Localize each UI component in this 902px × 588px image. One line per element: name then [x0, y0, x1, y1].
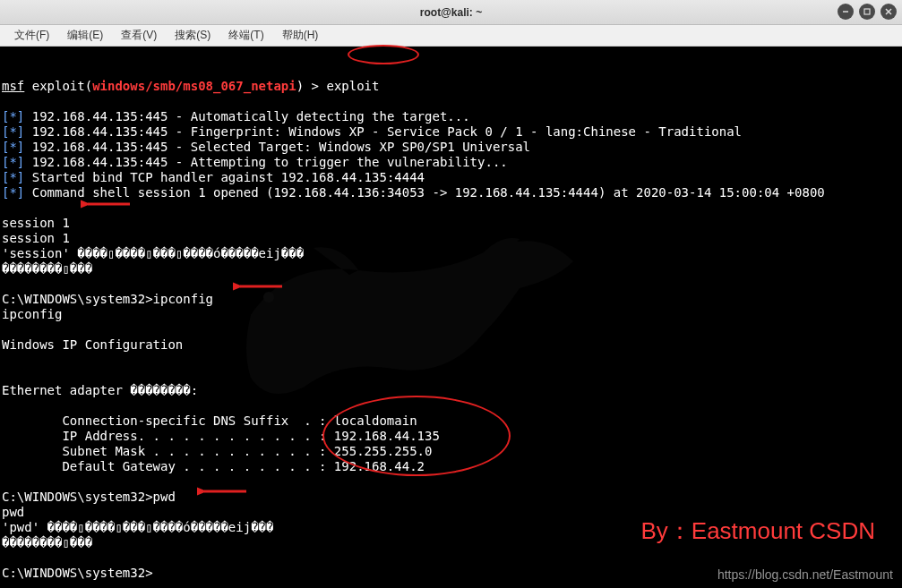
garbled-line: 'pwd' ����▯����▯���▯����ó�����eij���: [2, 520, 273, 534]
status-line: [*]: [2, 124, 24, 139]
shell-prompt: C:\WINDOWS\system32>ipconfig: [2, 292, 213, 306]
status-line: [*]: [2, 109, 24, 124]
annotation-ellipse-exploit: [348, 45, 419, 64]
maximize-button[interactable]: [859, 4, 875, 20]
close-icon: [884, 7, 893, 16]
status-line: [*]: [2, 155, 24, 169]
dns-suffix-line: Connection-specific DNS Suffix . : local…: [2, 413, 417, 428]
shell-prompt: C:\WINDOWS\system32>pwd: [2, 490, 176, 504]
menu-search[interactable]: 搜索(S): [166, 25, 219, 46]
menu-file[interactable]: 文件(F): [5, 25, 58, 46]
svg-rect-1: [864, 9, 870, 14]
command-exploit: exploit: [326, 79, 379, 93]
output-line: 192.168.44.135:445 - Automatically detec…: [24, 109, 469, 124]
status-line: [*]: [2, 170, 24, 184]
output-line: 192.168.44.135:445 - Fingerprint: Window…: [24, 124, 742, 139]
status-line: [*]: [2, 185, 24, 200]
session-line: session 1: [2, 216, 70, 230]
pwd-echo: pwd: [2, 505, 24, 519]
garbled-line: 'session' ����▯����▯���▯����ó�����eij���: [2, 246, 304, 260]
exploit-module: windows/smb/ms08_067_netapi: [92, 79, 296, 93]
menu-help[interactable]: 帮助(H): [273, 25, 328, 46]
msf-prompt: msf: [2, 79, 24, 93]
shell-prompt: C:\WINDOWS\system32>: [2, 566, 153, 580]
menu-terminal[interactable]: 终端(T): [219, 25, 272, 46]
annotation-arrow-session: [81, 195, 134, 213]
minimize-icon: [841, 7, 850, 16]
ip-address-line: IP Address. . . . . . . . . . . . : 192.…: [2, 429, 440, 443]
session-line: session 1: [2, 231, 70, 245]
output-line: Started bind TCP handler against 192.168…: [24, 170, 425, 184]
status-line: [*]: [2, 140, 24, 154]
annotation-arrow-pwd: [197, 482, 251, 500]
gateway-line: Default Gateway . . . . . . . . . : 192.…: [2, 459, 425, 473]
annotation-arrow-ipconfig: [233, 277, 287, 295]
terminal[interactable]: msf exploit(windows/smb/ms08_067_netapi)…: [0, 47, 902, 588]
author-watermark: By：Eastmount CSDN: [640, 524, 875, 539]
window-title: root@kali: ~: [420, 6, 482, 19]
output-line: Command shell session 1 opened (192.168.…: [24, 185, 824, 200]
output-line: 192.168.44.135:445 - Selected Target: Wi…: [24, 140, 530, 154]
terminal-content: msf exploit(windows/smb/ms08_067_netapi)…: [2, 79, 900, 581]
garbled-line: ��������▯���: [2, 261, 92, 276]
minimize-button[interactable]: [838, 4, 854, 20]
close-button[interactable]: [881, 4, 897, 20]
window-controls: [838, 4, 897, 20]
ipconfig-echo: ipconfig: [2, 307, 62, 321]
maximize-icon: [863, 7, 872, 16]
adapter-line: Ethernet adapter ��������:: [2, 383, 198, 397]
menubar: 文件(F) 编辑(E) 查看(V) 搜索(S) 终端(T) 帮助(H): [0, 25, 902, 47]
menu-view[interactable]: 查看(V): [112, 25, 166, 46]
subnet-mask-line: Subnet Mask . . . . . . . . . . . : 255.…: [2, 444, 432, 458]
output-line: 192.168.44.135:445 - Attempting to trigg…: [24, 155, 507, 169]
menu-edit[interactable]: 编辑(E): [58, 25, 112, 46]
garbled-line: ��������▯���: [2, 535, 92, 550]
ipconfig-header: Windows IP Configuration: [2, 337, 183, 352]
titlebar: root@kali: ~: [0, 0, 902, 25]
url-watermark: https://blog.csdn.net/Eastmount: [717, 567, 893, 583]
